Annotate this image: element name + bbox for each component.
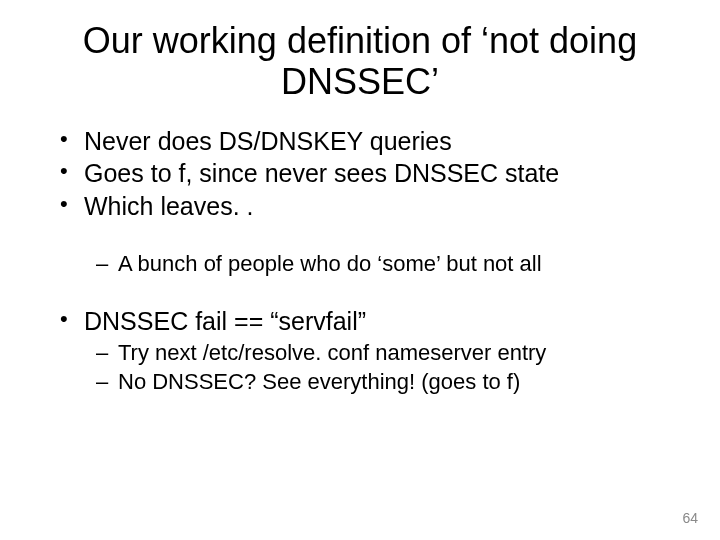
sub-bullet-list: A bunch of people who do ‘some’ but not … <box>96 250 680 279</box>
bullet-list: Never does DS/DNSKEY queries Goes to f, … <box>60 125 680 223</box>
slide: Our working definition of ‘not doing DNS… <box>0 0 720 540</box>
bullet-item: Never does DS/DNSKEY queries <box>60 125 680 158</box>
sub-bullet-item: No DNSSEC? See everything! (goes to f) <box>96 368 680 397</box>
sub-bullet-item: Try next /etc/resolve. conf nameserver e… <box>96 339 680 368</box>
bullet-item: Which leaves. . <box>60 190 680 223</box>
bullet-item: DNSSEC fail == “servfail” <box>60 305 680 338</box>
page-number: 64 <box>682 510 698 526</box>
sub-bullet-item: A bunch of people who do ‘some’ but not … <box>96 250 680 279</box>
bullet-item: Goes to f, since never sees DNSSEC state <box>60 157 680 190</box>
slide-title: Our working definition of ‘not doing DNS… <box>70 20 650 103</box>
bullet-list: DNSSEC fail == “servfail” <box>60 305 680 338</box>
sub-bullet-list: Try next /etc/resolve. conf nameserver e… <box>96 339 680 396</box>
spacer <box>40 279 680 305</box>
spacer <box>40 222 680 250</box>
